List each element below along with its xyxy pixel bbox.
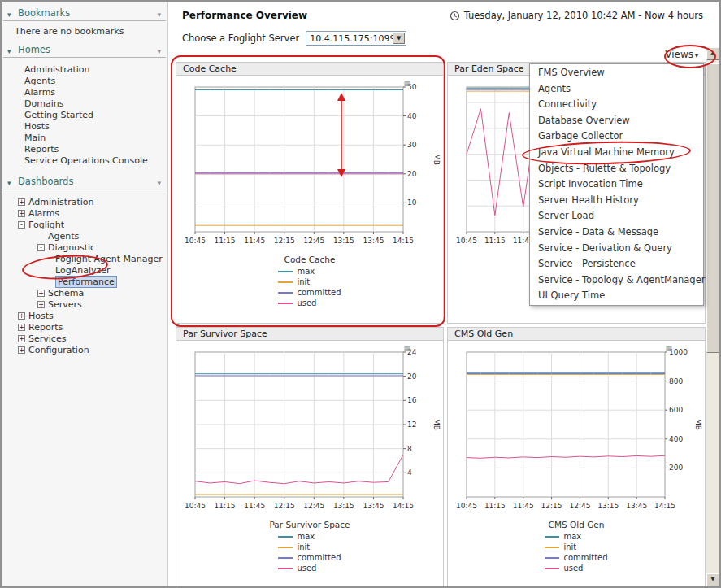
views-menu-item-service-data-message[interactable]: Service - Data & Message xyxy=(530,224,703,241)
sidebar-section-bookmarks[interactable]: ▾ Bookmarks ▾ xyxy=(3,7,166,21)
tree-label[interactable]: Services xyxy=(28,333,66,344)
bookmarks-empty-text: There are no bookmarks xyxy=(2,21,167,43)
svg-text:MB: MB xyxy=(432,154,441,165)
sidebar-item-reports[interactable]: Reports xyxy=(2,144,167,155)
cms-old-gen-chart: 200400600800100010:4511:1511:4512:1512:4… xyxy=(450,342,702,518)
views-menu-item-server-health-history[interactable]: Server Health History xyxy=(530,193,703,209)
tree-label[interactable]: Administration xyxy=(28,197,94,207)
views-menu-item-service-topology-agentmanager[interactable]: Service - Topology & AgentManager xyxy=(530,272,703,289)
svg-text:13:15: 13:15 xyxy=(333,502,354,510)
views-menu-item-agents[interactable]: Agents xyxy=(530,81,703,98)
tree-item-foglight-agent-manager[interactable]: Foglight Agent Manager xyxy=(2,253,167,264)
views-menu-item-garbage-collector[interactable]: Garbage Collector xyxy=(530,128,703,145)
legend-item-committed: committed xyxy=(278,552,341,563)
time-range-control[interactable]: Tuesday, January 12, 2010 10:42 AM - Now… xyxy=(450,10,703,21)
section-collapse-icon[interactable]: ▾ xyxy=(157,176,161,189)
tree-item-servers[interactable]: +Servers xyxy=(2,298,167,310)
views-menu-item-service-derivation-query[interactable]: Service - Derivation & Query xyxy=(530,241,703,257)
tree-item-configuration[interactable]: +Configuration xyxy=(2,344,167,355)
views-menu-item-ui-query-time[interactable]: UI Query Time xyxy=(530,288,703,304)
server-select-value: 10.4.115.175:1099 xyxy=(310,33,395,44)
sidebar-item-service-operations-console[interactable]: Service Operations Console xyxy=(2,155,167,167)
svg-text:13:45: 13:45 xyxy=(363,502,384,510)
legend-label: max xyxy=(297,532,315,541)
section-arrow-icon: ▾ xyxy=(7,45,11,58)
views-menu-item-server-load[interactable]: Server Load xyxy=(530,208,703,224)
tree-label[interactable]: Hosts xyxy=(28,311,54,321)
tree-label[interactable]: Performance xyxy=(55,276,117,288)
tree-collapse-icon[interactable]: - xyxy=(18,221,25,229)
sidebar-section-homes[interactable]: ▾ Homes ▾ xyxy=(3,43,166,58)
dropdown-arrow-icon[interactable]: ▼ xyxy=(393,33,405,44)
tree-expand-icon[interactable]: + xyxy=(18,198,25,206)
sidebar-item-administration[interactable]: Administration xyxy=(2,64,167,76)
vertical-scrollbar[interactable]: ▲ ▼ xyxy=(706,47,719,586)
views-menu-item-connectivity[interactable]: Connectivity xyxy=(530,97,703,113)
svg-text:MB: MB xyxy=(694,419,702,430)
tree-item-alarms[interactable]: +Alarms xyxy=(2,207,167,219)
sidebar-item-hosts[interactable]: Hosts xyxy=(2,121,167,133)
views-button[interactable]: Views▾ xyxy=(665,49,698,60)
tree-expand-icon[interactable]: + xyxy=(18,335,25,342)
tree-label[interactable]: Reports xyxy=(28,322,63,333)
views-menu-item-objects-rulette-topology[interactable]: Objects - Rulette & Topology xyxy=(530,161,703,177)
tree-label[interactable]: LogAnalyzer xyxy=(55,265,111,276)
tree-label[interactable]: Servers xyxy=(48,299,82,310)
tree-label[interactable]: Configuration xyxy=(28,345,89,355)
tree-item-reports[interactable]: +Reports xyxy=(2,321,167,333)
section-collapse-icon[interactable]: ▾ xyxy=(157,8,161,21)
tree-label[interactable]: Diagnostic xyxy=(48,242,95,253)
sidebar-section-dashboards[interactable]: ▾ Dashboards ▾ xyxy=(3,175,166,189)
chart-panel-title: Code Cache xyxy=(176,63,443,76)
page-title: Performance Overview xyxy=(182,10,307,21)
scrollbar-thumb[interactable] xyxy=(706,63,719,353)
legend-label: committed xyxy=(297,553,341,562)
tree-item-administration[interactable]: +Administration xyxy=(2,196,167,207)
views-menu-item-database-overview[interactable]: Database Overview xyxy=(530,113,703,129)
scroll-up-icon[interactable]: ▲ xyxy=(706,47,719,60)
tree-collapse-icon[interactable]: - xyxy=(37,244,45,251)
chart-legend-rows: maxinitcommittedused xyxy=(278,531,341,573)
section-collapse-icon[interactable]: ▾ xyxy=(157,45,161,58)
chart-options-grid-icon[interactable]: ▦ xyxy=(665,344,672,352)
sidebar-item-main[interactable]: Main xyxy=(2,133,167,144)
scroll-down-icon[interactable]: ▼ xyxy=(706,573,719,586)
tree-expand-icon[interactable]: + xyxy=(18,210,25,217)
chart-options-grid-icon[interactable]: ▦ xyxy=(403,344,410,352)
tree-label[interactable]: Schema xyxy=(48,288,84,298)
tree-expand-icon[interactable]: + xyxy=(18,324,25,331)
chart-legend: CMS Old Genmaxinitcommittedused xyxy=(448,520,705,573)
tree-item-diagnostic[interactable]: -Diagnostic xyxy=(2,242,167,253)
views-menu-item-script-invocation-time[interactable]: Script Invocation Time xyxy=(530,176,703,193)
tree-item-foglight[interactable]: -Foglight xyxy=(2,219,167,230)
tree-label[interactable]: Agents xyxy=(48,231,79,242)
tree-expand-icon[interactable]: + xyxy=(18,346,25,354)
sidebar-item-domains[interactable]: Domains xyxy=(2,98,167,110)
views-menu-item-service-persistence[interactable]: Service - Persistence xyxy=(530,256,703,272)
chart-options-grid-icon[interactable]: ▦ xyxy=(403,79,410,87)
svg-text:11:15: 11:15 xyxy=(215,502,236,510)
views-menu-item-fms-overview[interactable]: FMS Overview xyxy=(530,65,703,81)
tree-expand-icon[interactable]: + xyxy=(37,290,45,297)
legend-label: committed xyxy=(297,288,341,297)
tree-item-loganalyzer[interactable]: LogAnalyzer xyxy=(2,264,167,276)
sidebar-item-alarms[interactable]: Alarms xyxy=(2,87,167,98)
tree-label[interactable]: Alarms xyxy=(28,208,59,219)
tree-expand-icon[interactable]: + xyxy=(37,301,45,308)
sidebar-item-getting-started[interactable]: Getting Started xyxy=(2,110,167,121)
tree-item-agents[interactable]: Agents xyxy=(2,230,167,242)
legend-label: init xyxy=(297,277,310,286)
tree-item-schema[interactable]: +Schema xyxy=(2,287,167,298)
tree-item-performance[interactable]: Performance xyxy=(2,276,167,287)
views-menu-item-java-virtual-machine-memory[interactable]: Java Virtual Machine Memory xyxy=(530,145,703,161)
foglight-window: ▾ Bookmarks ▾ There are no bookmarks ▾ H… xyxy=(0,0,721,588)
tree-expand-icon[interactable]: + xyxy=(18,312,25,320)
legend-item-used: used xyxy=(545,563,607,573)
tree-label[interactable]: Foglight Agent Manager xyxy=(55,254,163,264)
legend-item-used: used xyxy=(278,563,341,573)
tree-item-hosts[interactable]: +Hosts xyxy=(2,310,167,321)
server-select[interactable]: 10.4.115.175:1099 ▼ xyxy=(306,31,406,46)
tree-label[interactable]: Foglight xyxy=(28,220,64,230)
tree-item-services[interactable]: +Services xyxy=(2,333,167,344)
sidebar-item-agents[interactable]: Agents xyxy=(2,76,167,87)
